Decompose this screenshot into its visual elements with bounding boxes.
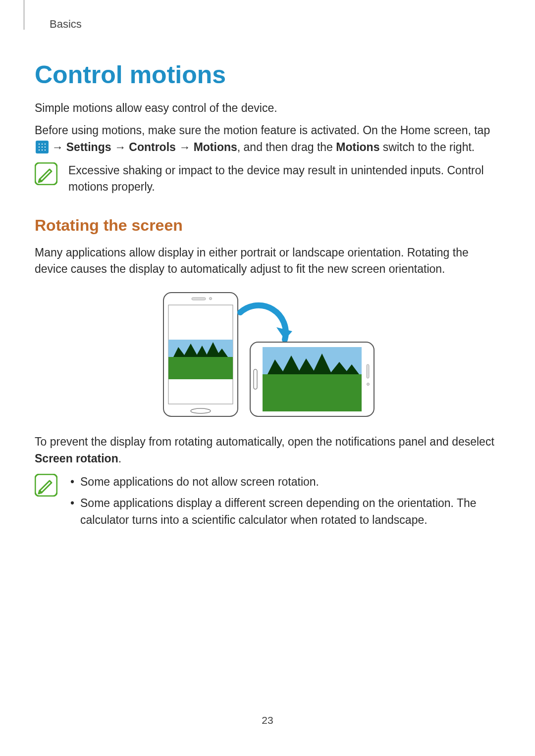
svg-point-25 <box>367 383 370 386</box>
text-span: Before using motions, make sure the moti… <box>35 124 490 137</box>
svg-rect-11 <box>192 298 206 300</box>
page-number: 23 <box>0 714 535 726</box>
text-span: To prevent the display from rotating aut… <box>35 435 494 448</box>
chapter-label: Basics <box>35 18 500 31</box>
text-span: Motions <box>336 141 379 153</box>
text-span: Settings <box>66 141 111 153</box>
rotation-figure <box>35 290 500 421</box>
svg-rect-24 <box>367 364 369 378</box>
page-content: Basics Control motions Simple motions al… <box>0 0 535 533</box>
apps-grid-icon <box>36 141 49 153</box>
note-list-2: Some applications do not allow screen ro… <box>68 474 500 533</box>
page-title: Control motions <box>35 60 500 89</box>
note-pencil-icon <box>35 474 57 497</box>
subheading-rotating: Rotating the screen <box>35 216 500 235</box>
note-list-item: Some applications do not allow screen ro… <box>68 474 500 490</box>
text-span: → <box>111 141 129 153</box>
note-text-1: Excessive shaking or impact to the devic… <box>68 162 500 196</box>
note-pencil-icon <box>35 162 57 185</box>
intro-paragraph-1: Simple motions allow easy control of the… <box>35 100 500 116</box>
rotation-paragraph-2: To prevent the display from rotating aut… <box>35 434 500 467</box>
text-span: → <box>49 141 66 153</box>
svg-point-12 <box>210 298 212 300</box>
note-block-1: Excessive shaking or impact to the devic… <box>35 162 500 196</box>
text-span: → <box>176 141 194 153</box>
text-span: switch to the right. <box>379 141 475 153</box>
margin-marker <box>24 0 24 30</box>
text-span: Motions <box>194 141 237 153</box>
note-block-2: Some applications do not allow screen ro… <box>35 474 500 533</box>
text-span: . <box>118 452 121 465</box>
text-span: , and then drag the <box>237 141 336 153</box>
note-list-item: Some applications display a different sc… <box>68 495 500 528</box>
intro-paragraph-2: Before using motions, make sure the moti… <box>35 122 500 155</box>
text-span: Controls <box>129 141 176 153</box>
rotation-paragraph-1: Many applications allow display in eithe… <box>35 245 500 278</box>
text-span: Screen rotation <box>35 452 118 465</box>
